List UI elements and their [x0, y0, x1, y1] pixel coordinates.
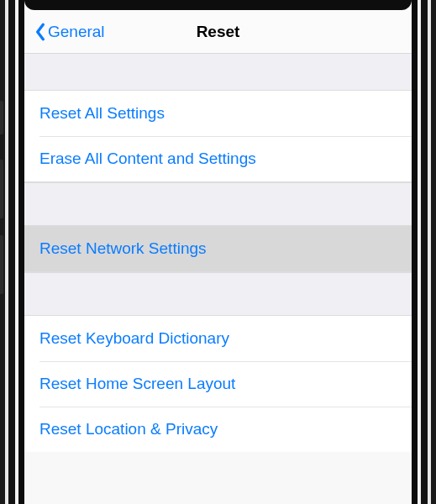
chevron-left-icon: [34, 23, 46, 41]
frame-strip: [412, 0, 418, 504]
row-erase-all-content-and-settings[interactable]: Erase All Content and Settings: [24, 136, 412, 181]
row-reset-keyboard-dictionary[interactable]: Reset Keyboard Dictionary: [24, 316, 412, 361]
back-label: General: [48, 23, 105, 41]
frame-strip: [431, 0, 436, 504]
frame-strip: [8, 0, 15, 504]
group-spacer: [24, 182, 412, 226]
back-button[interactable]: General: [29, 10, 110, 53]
side-button: [0, 160, 3, 218]
navbar: General Reset: [24, 10, 412, 54]
group-spacer: [24, 272, 412, 316]
row-reset-network-settings[interactable]: Reset Network Settings: [24, 226, 412, 271]
page-title: Reset: [197, 23, 240, 41]
row-label: Erase All Content and Settings: [39, 150, 256, 168]
frame-strip: [18, 0, 24, 504]
row-reset-location-and-privacy[interactable]: Reset Location & Privacy: [24, 407, 412, 452]
row-label: Reset Keyboard Dictionary: [39, 329, 229, 348]
settings-group-3: Reset Keyboard Dictionary Reset Home Scr…: [24, 316, 412, 452]
row-label: Reset Home Screen Layout: [39, 375, 235, 393]
settings-group-1: Reset All Settings Erase All Content and…: [24, 91, 412, 182]
row-label: Reset Location & Privacy: [39, 420, 218, 438]
screen: General Reset Reset All Settings Erase A…: [24, 10, 412, 504]
settings-group-2: Reset Network Settings: [24, 226, 412, 272]
row-reset-home-screen-layout[interactable]: Reset Home Screen Layout: [24, 361, 412, 407]
frame-strip: [421, 0, 428, 504]
side-button: [0, 235, 3, 294]
row-label: Reset All Settings: [39, 104, 165, 123]
side-button: [0, 101, 3, 134]
row-reset-all-settings[interactable]: Reset All Settings: [24, 91, 412, 136]
row-label: Reset Network Settings: [39, 239, 207, 258]
group-spacer: [24, 54, 412, 91]
frame-strip: [428, 0, 431, 504]
phone-frame: General Reset Reset All Settings Erase A…: [0, 0, 436, 504]
frame-strip: [418, 0, 421, 504]
